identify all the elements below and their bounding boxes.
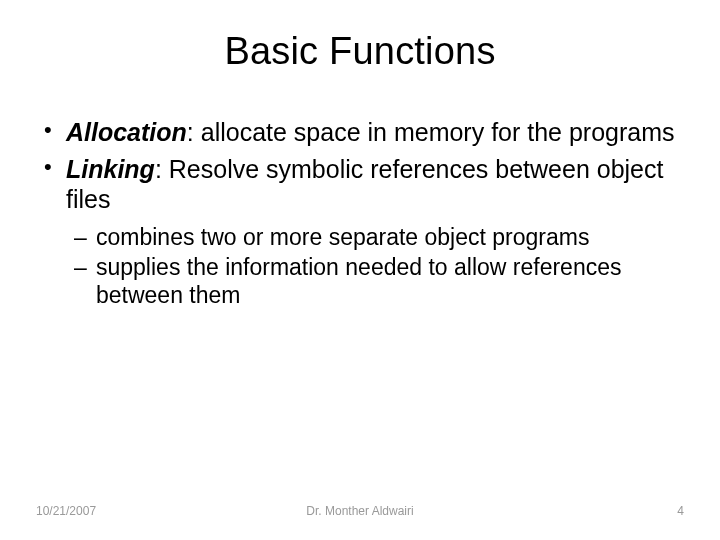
footer-page-number: 4 xyxy=(677,504,684,518)
bullet-item: Allocation: allocate space in memory for… xyxy=(36,117,684,148)
footer-author: Dr. Monther Aldwairi xyxy=(306,504,413,518)
sub-bullet-item: combines two or more separate object pro… xyxy=(66,223,684,251)
slide: Basic Functions Allocation: allocate spa… xyxy=(0,0,720,540)
bullet-text: : allocate space in memory for the progr… xyxy=(187,118,675,146)
slide-content: Allocation: allocate space in memory for… xyxy=(36,117,684,309)
bullet-term: Allocation xyxy=(66,118,187,146)
bullet-term: Linking xyxy=(66,155,155,183)
sub-bullet-item: supplies the information needed to allow… xyxy=(66,253,684,309)
slide-footer: 10/21/2007 Dr. Monther Aldwairi 4 xyxy=(0,504,720,518)
bullet-text: : Resolve symbolic references between ob… xyxy=(66,155,663,214)
bullet-item: Linking: Resolve symbolic references bet… xyxy=(36,154,684,309)
sub-bullet-list: combines two or more separate object pro… xyxy=(66,223,684,309)
bullet-list: Allocation: allocate space in memory for… xyxy=(36,117,684,309)
slide-title: Basic Functions xyxy=(36,30,684,73)
footer-date: 10/21/2007 xyxy=(36,504,96,518)
